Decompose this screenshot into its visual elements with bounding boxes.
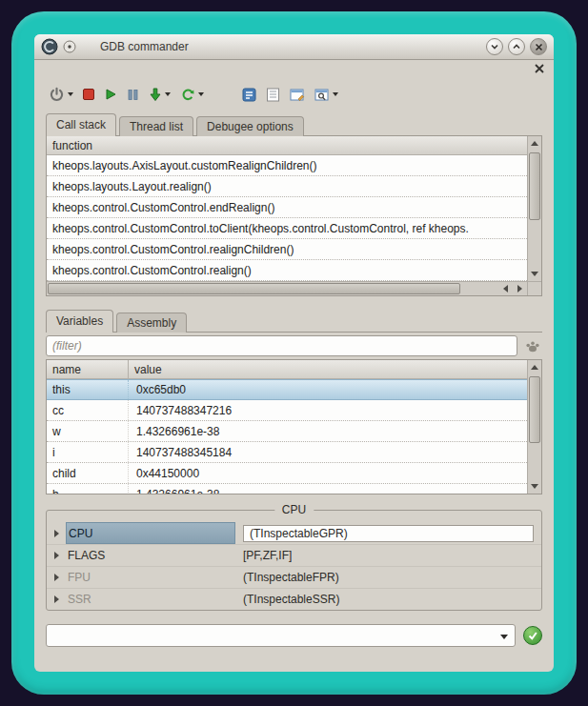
arrow-up-icon	[531, 141, 538, 146]
continue-button[interactable]	[177, 82, 207, 107]
confirm-button[interactable]	[523, 626, 542, 645]
variables-table: name value this 0xc65db0 cc 140737488347…	[46, 359, 542, 494]
tab-variables[interactable]: Variables	[46, 310, 113, 333]
scroll-up-button[interactable]	[528, 360, 541, 374]
register-group-value: (TInspectableSSR)	[235, 593, 541, 606]
cpu-row[interactable]: SSR (TInspectableSSR)	[47, 588, 541, 610]
scroll-down-button[interactable]	[528, 267, 541, 281]
tab-assembly[interactable]: Assembly	[116, 313, 187, 333]
step-button[interactable]	[146, 82, 173, 107]
variable-row[interactable]: w 1.43266961e-38	[47, 421, 527, 442]
expander-icon[interactable]	[47, 530, 66, 537]
scroll-down-button[interactable]	[528, 479, 541, 494]
list-button[interactable]	[263, 82, 283, 107]
toolbar	[34, 77, 554, 111]
variable-row[interactable]: this 0xc65db0	[47, 379, 527, 400]
cpu-row[interactable]: CPU (TInspectableGPR)	[47, 522, 541, 544]
register-group-value: [PF,ZF,IF]	[235, 549, 541, 562]
watch-button[interactable]	[312, 82, 341, 107]
variables-header[interactable]: name value	[47, 360, 527, 379]
call-stack-row[interactable]: kheops.control.CustomControl.realign()	[47, 260, 527, 281]
arrow-right-icon	[54, 530, 59, 537]
call-stack-horizontal-scrollbar[interactable]	[47, 281, 527, 295]
variable-row[interactable]: b 1.43266961e-38	[47, 484, 527, 494]
variable-name: i	[47, 442, 129, 462]
scrollbar-track[interactable]	[528, 374, 541, 479]
close-icon	[535, 43, 543, 51]
scroll-up-button[interactable]	[528, 136, 541, 151]
variable-value: 1.43266961e-38	[129, 421, 527, 441]
variables-panel: Variables Assembly name value	[46, 310, 542, 494]
dropdown-arrow-icon	[333, 92, 338, 96]
dropdown-arrow-icon	[165, 92, 171, 96]
cpu-row[interactable]: FPU (TInspectableFPR)	[47, 566, 541, 588]
cpu-row[interactable]: FLAGS [PF,ZF,IF]	[47, 544, 541, 566]
call-stack-vertical-scrollbar[interactable]	[527, 136, 541, 281]
scrollbar-thumb[interactable]	[48, 283, 460, 294]
dropdown-arrow-icon	[68, 92, 73, 96]
filter-options-icon[interactable]	[523, 336, 542, 355]
tab-thread-list[interactable]: Thread list	[119, 116, 193, 136]
run-button[interactable]	[101, 82, 120, 107]
variable-row[interactable]: child 0x44150000	[47, 463, 527, 484]
call-stack-header[interactable]: function	[47, 136, 527, 155]
filter-input[interactable]	[46, 335, 517, 356]
maximize-button[interactable]	[508, 38, 525, 55]
filter-row	[46, 333, 542, 359]
expander-icon[interactable]	[47, 552, 66, 559]
variable-value: 0x44150000	[129, 463, 527, 483]
call-stack-row[interactable]: kheops.control.CustomControl.endRealign(…	[47, 197, 527, 218]
editor-button[interactable]	[287, 82, 308, 107]
list-icon	[266, 88, 280, 102]
dock-close-icon[interactable]	[534, 63, 545, 74]
call-stack-table: function kheops.layouts.AxisLayout.custo…	[46, 136, 542, 296]
chevron-down-icon[interactable]	[500, 635, 508, 639]
scrollbar-thumb[interactable]	[529, 152, 540, 220]
variable-row[interactable]: cc 140737488347216	[47, 400, 527, 421]
arrow-right-icon	[54, 574, 59, 581]
scroll-right-button[interactable]	[513, 282, 527, 295]
scrollbar-thumb[interactable]	[529, 376, 540, 443]
stop-button[interactable]	[80, 82, 97, 107]
gdb-commander-window: GDB commander	[34, 34, 554, 672]
variable-row[interactable]: i 140737488345184	[47, 442, 527, 463]
help-icon[interactable]	[63, 40, 76, 53]
variable-value: 140737488345184	[129, 442, 527, 462]
call-stack-panel: Call stack Thread list Debugee options f…	[46, 113, 542, 296]
minimize-button[interactable]	[486, 38, 503, 55]
variable-name: b	[47, 484, 129, 494]
call-stack-row[interactable]: kheops.control.CustomControl.toClient(kh…	[47, 218, 527, 239]
tab-debugee-options[interactable]: Debugee options	[196, 116, 304, 136]
expander-icon[interactable]	[47, 595, 66, 603]
arrow-down-icon	[531, 272, 538, 276]
messages-icon	[242, 88, 256, 102]
power-button[interactable]	[46, 82, 76, 107]
close-button[interactable]	[530, 38, 547, 55]
register-group-name: FPU	[66, 567, 235, 588]
pause-icon	[127, 89, 139, 101]
frame-text: kheops.control.CustomControl.endRealign(…	[52, 201, 274, 214]
call-stack-row[interactable]: kheops.control.CustomControl.realignChil…	[47, 239, 527, 260]
scrollbar-track[interactable]	[460, 282, 498, 295]
column-name[interactable]: name	[47, 360, 129, 378]
register-value-field[interactable]: (TInspectableGPR)	[243, 525, 534, 542]
call-stack-row[interactable]: kheops.layouts.Layout.realign()	[47, 176, 527, 197]
expander-icon[interactable]	[47, 574, 66, 581]
arrow-left-icon	[503, 285, 508, 292]
stop-icon	[83, 89, 94, 100]
pause-button[interactable]	[124, 82, 142, 107]
scrollbar-track[interactable]	[528, 151, 541, 267]
column-value[interactable]: value	[129, 363, 162, 376]
command-combobox[interactable]	[46, 624, 516, 647]
titlebar[interactable]: GDB commander	[34, 34, 554, 60]
tab-call-stack[interactable]: Call stack	[46, 113, 116, 136]
scroll-left-button[interactable]	[498, 282, 513, 295]
desktop-background: GDB commander	[0, 0, 588, 706]
messages-button[interactable]	[239, 82, 259, 107]
variables-vertical-scrollbar[interactable]	[527, 360, 541, 494]
circular-arrow-icon	[180, 88, 195, 102]
call-stack-row[interactable]: kheops.layouts.AxisLayout.customRealignC…	[47, 155, 527, 176]
dock-header	[34, 60, 554, 77]
register-group-name: SSR	[66, 589, 235, 610]
cpu-groupbox: CPU CPU (TInspectableGPR) FLAGS [PF,ZF,I…	[46, 510, 542, 611]
